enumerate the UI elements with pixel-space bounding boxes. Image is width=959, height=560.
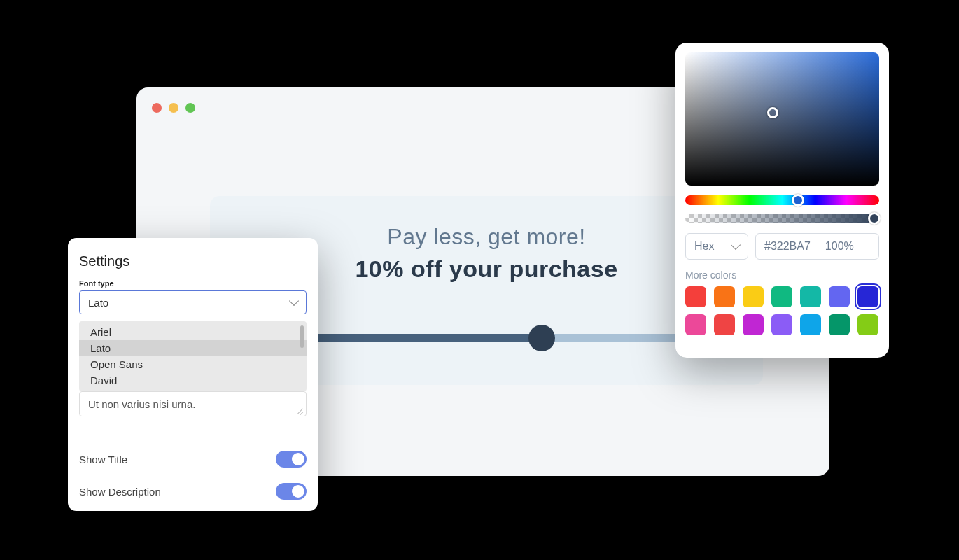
color-swatch[interactable]: [743, 286, 764, 307]
swatch-grid: [685, 286, 879, 335]
font-option[interactable]: Open Sans: [79, 356, 307, 372]
hue-slider[interactable]: [685, 195, 879, 205]
color-swatch[interactable]: [743, 314, 764, 335]
alpha-thumb[interactable]: [868, 212, 881, 225]
color-swatch[interactable]: [829, 314, 850, 335]
color-swatch[interactable]: [771, 314, 792, 335]
alpha-slider[interactable]: [685, 214, 879, 223]
font-option[interactable]: Lato: [79, 340, 307, 356]
color-swatch[interactable]: [714, 314, 735, 335]
description-value: Ut non varius nisi urna.: [88, 398, 195, 410]
color-swatch[interactable]: [800, 314, 821, 335]
traffic-lights: [152, 103, 195, 113]
description-textarea[interactable]: Ut non varius nisi urna.: [79, 391, 307, 416]
sv-area[interactable]: [685, 52, 879, 186]
color-swatch[interactable]: [829, 286, 850, 307]
settings-heading: Settings: [79, 253, 307, 270]
show-title-toggle[interactable]: [276, 451, 307, 468]
toggle-label: Show Description: [79, 486, 161, 498]
font-option[interactable]: David: [79, 372, 307, 388]
color-picker: Hex #322BA7 100% More colors: [676, 43, 889, 358]
color-opacity-value: 100%: [825, 240, 854, 253]
color-swatch[interactable]: [858, 286, 878, 307]
offer-subtitle: 10% off your purchase: [355, 255, 617, 283]
toggle-row-show-description: Show Description: [79, 483, 307, 500]
toggle-label: Show Title: [79, 454, 127, 465]
chevron-down-icon: [731, 240, 741, 250]
font-type-select[interactable]: Lato: [79, 290, 307, 314]
font-type-value: Lato: [88, 297, 108, 309]
color-swatch[interactable]: [685, 314, 706, 335]
window-maximize-dot[interactable]: [186, 103, 195, 113]
dropdown-scrollbar[interactable]: [300, 326, 304, 348]
color-value-row: Hex #322BA7 100%: [685, 233, 879, 260]
color-hex-value: #322BA7: [764, 240, 811, 253]
color-format-select[interactable]: Hex: [685, 233, 748, 260]
resize-handle-icon[interactable]: [296, 406, 304, 414]
color-value-field[interactable]: #322BA7 100%: [755, 233, 879, 260]
slider-thumb[interactable]: [528, 325, 555, 351]
font-type-dropdown: Ariel Lato Open Sans David: [79, 321, 307, 391]
sv-cursor[interactable]: [767, 107, 778, 118]
color-swatch[interactable]: [714, 286, 735, 307]
color-swatch[interactable]: [858, 314, 878, 335]
settings-divider: [68, 435, 318, 435]
hue-thumb[interactable]: [792, 194, 804, 206]
offer-title: Pay less, get more!: [387, 224, 585, 250]
window-minimize-dot[interactable]: [169, 103, 178, 113]
color-format-value: Hex: [694, 240, 714, 253]
chevron-down-icon: [289, 296, 299, 306]
color-swatch[interactable]: [800, 286, 821, 307]
color-swatch[interactable]: [685, 286, 706, 307]
color-swatch[interactable]: [771, 286, 792, 307]
font-option[interactable]: Ariel: [79, 324, 307, 340]
window-close-dot[interactable]: [152, 103, 162, 113]
font-type-label: Font type: [79, 279, 307, 288]
settings-panel: Settings Font type Lato Ariel Lato Open …: [68, 238, 318, 511]
toggle-row-show-title: Show Title: [79, 451, 307, 468]
show-description-toggle[interactable]: [276, 483, 307, 500]
more-colors-label: More colors: [685, 270, 879, 281]
value-separator: [818, 239, 818, 253]
